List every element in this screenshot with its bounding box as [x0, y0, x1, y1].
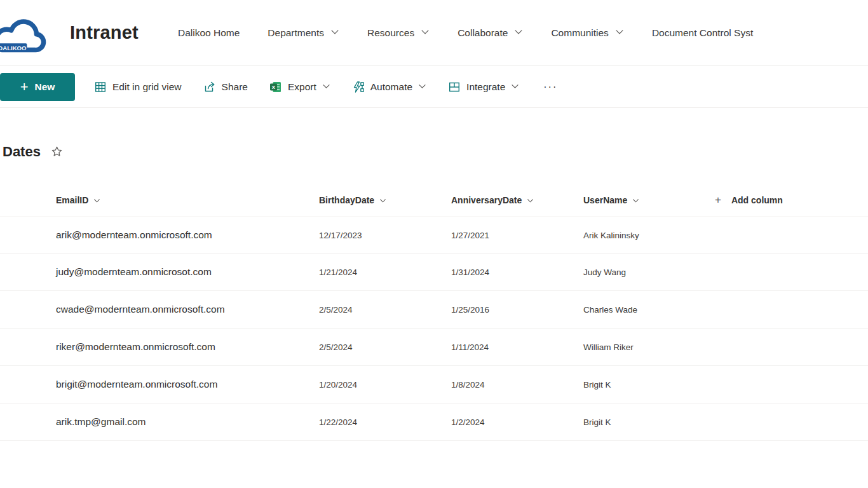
cell-username: Brigit K [583, 417, 611, 427]
cell-birthdaydate: 2/5/2024 [319, 342, 353, 352]
column-header-anniversarydate[interactable]: AnniversaryDate [451, 184, 534, 216]
column-header-emailid[interactable]: EmailID [56, 184, 100, 216]
cell-emailid[interactable]: cwade@modernteam.onmicrosoft.com [56, 304, 225, 315]
list-table: EmailID BirthdayDate AnniversaryDate Use… [0, 184, 868, 441]
nav-item-dalikoo-home[interactable]: Dalikoo Home [178, 27, 240, 39]
command-bar: + New Edit in grid view Share [0, 66, 868, 108]
cell-emailid[interactable]: arik.tmp@gmail.com [56, 416, 146, 428]
cell-anniversarydate: 1/31/2024 [451, 268, 489, 277]
nav-item-collaborate[interactable]: Collaborate [458, 27, 523, 39]
nav-item-resources[interactable]: Resources [367, 27, 430, 39]
dalikoo-logo[interactable]: DALIKOO [0, 6, 48, 60]
chevron-down-icon [330, 27, 339, 39]
plus-icon: + [715, 194, 721, 207]
cell-anniversarydate: 1/27/2021 [451, 230, 489, 240]
horizontal-nav: Dalikoo Home Departments Resources Colla… [178, 27, 753, 39]
cell-username: Arik Kalininsky [583, 230, 639, 240]
nav-item-departments[interactable]: Departments [268, 27, 339, 39]
cell-emailid[interactable]: riker@modernteam.onmicrosoft.com [56, 341, 215, 353]
cell-anniversarydate: 1/25/2016 [451, 305, 489, 315]
table-row[interactable]: arik.tmp@gmail.com 1/22/2024 1/2/2024 Br… [0, 403, 868, 441]
cell-birthdaydate: 12/17/2023 [319, 230, 362, 240]
edit-in-grid-view-button[interactable]: Edit in grid view [94, 81, 182, 93]
integrate-button[interactable]: Integrate [448, 81, 519, 93]
cell-username: Judy Wang [583, 268, 626, 277]
list-header: Dates [3, 144, 868, 160]
cloud-logo-icon: DALIKOO [0, 6, 48, 60]
top-navigation: DALIKOO Intranet Dalikoo Home Department… [0, 0, 868, 66]
cell-anniversarydate: 1/11/2024 [451, 342, 489, 352]
share-icon [203, 81, 216, 93]
chevron-down-icon [514, 27, 523, 39]
cell-username: William Riker [583, 342, 634, 352]
excel-icon: x [269, 81, 282, 93]
nav-item-document-control[interactable]: Document Control Syst [652, 27, 753, 39]
cell-birthdaydate: 2/5/2024 [319, 305, 353, 315]
cell-username: Charles Wade [583, 305, 637, 315]
column-header-birthdaydate[interactable]: BirthdayDate [319, 184, 386, 216]
favorite-star-icon[interactable] [51, 146, 63, 160]
cell-anniversarydate: 1/2/2024 [451, 417, 485, 427]
chevron-down-icon [418, 81, 426, 93]
page-title: Dates [3, 144, 41, 160]
cell-anniversarydate: 1/8/2024 [451, 380, 485, 390]
new-button[interactable]: + New [0, 73, 75, 101]
table-header-row: EmailID BirthdayDate AnniversaryDate Use… [0, 184, 868, 216]
chevron-down-icon [632, 197, 639, 204]
integrate-icon [448, 81, 461, 93]
chevron-down-icon [511, 81, 519, 93]
chevron-down-icon [615, 27, 624, 39]
cell-emailid[interactable]: arik@modernteam.onmicrosoft.com [56, 229, 212, 241]
chevron-down-icon [322, 81, 330, 93]
chevron-down-icon [421, 27, 430, 39]
table-row[interactable]: arik@modernteam.onmicrosoft.com 12/17/20… [0, 216, 868, 254]
share-button[interactable]: Share [203, 81, 248, 93]
grid-icon [94, 81, 107, 93]
svg-text:x: x [272, 83, 276, 90]
cell-emailid[interactable]: judy@modernteam.onmicrosot.com [56, 266, 212, 278]
chevron-down-icon [93, 197, 100, 204]
chevron-down-icon [379, 197, 386, 204]
automate-button[interactable]: Automate [352, 81, 426, 93]
table-row[interactable]: riker@modernteam.onmicrosoft.com 2/5/202… [0, 329, 868, 366]
add-column-button[interactable]: + Add column [715, 184, 783, 216]
cell-username: Brigit K [583, 380, 611, 390]
plus-icon: + [20, 80, 29, 94]
nav-item-communities[interactable]: Communities [551, 27, 623, 39]
svg-text:DALIKOO: DALIKOO [0, 44, 27, 51]
command-bar-items: Edit in grid view Share x Export [94, 81, 560, 93]
table-row[interactable]: cwade@modernteam.onmicrosoft.com 2/5/202… [0, 291, 868, 329]
chevron-down-icon [527, 197, 534, 204]
cell-birthdaydate: 1/21/2024 [319, 268, 357, 277]
export-button[interactable]: x Export [269, 81, 330, 93]
table-body: arik@modernteam.onmicrosoft.com 12/17/20… [0, 216, 868, 441]
cell-birthdaydate: 1/22/2024 [319, 417, 357, 427]
column-header-username[interactable]: UserName [583, 184, 639, 216]
table-row[interactable]: judy@modernteam.onmicrosot.com 1/21/2024… [0, 254, 868, 291]
table-row[interactable]: brigit@modernteam.onmicrosoft.com 1/20/2… [0, 366, 868, 403]
cell-emailid[interactable]: brigit@modernteam.onmicrosoft.com [56, 379, 217, 390]
cell-birthdaydate: 1/20/2024 [319, 380, 357, 390]
site-title[interactable]: Intranet [70, 22, 139, 43]
flow-icon [352, 81, 365, 93]
more-commands-button[interactable]: ··· [541, 81, 560, 93]
